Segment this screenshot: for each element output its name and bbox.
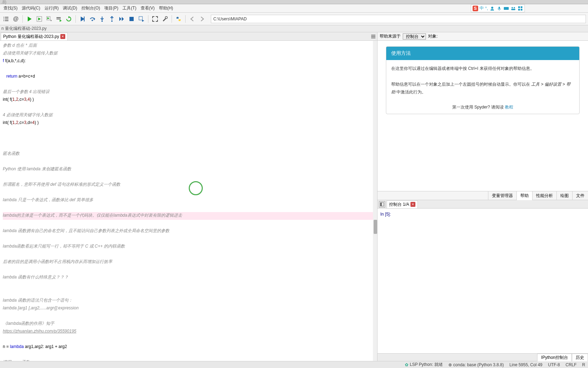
run-cell-advance-icon[interactable] (45, 15, 53, 23)
menu-source[interactable]: 源代码(C) (20, 5, 42, 12)
code-line[interactable]: 参数 d 也在 * 后面 (3, 42, 374, 50)
run-selection-icon[interactable] (55, 15, 63, 23)
console-tab[interactable]: 控制台 1/A ✕ (387, 201, 418, 208)
tab-profiler[interactable]: 性能分析 (532, 191, 556, 200)
help-source-select[interactable]: 控制台 (403, 33, 426, 40)
preferences-icon[interactable] (161, 15, 169, 23)
tab-ipython-console[interactable]: IPython控制台 (537, 354, 572, 361)
code-line[interactable]: 匿名函数 (3, 150, 374, 158)
code-line[interactable]: lambda的主体是一个表达式，而不是一个代码块。仅仅能在lambda表达式中封… (3, 212, 374, 220)
status-eol[interactable]: CRLF (566, 362, 576, 367)
code-line[interactable]: 最后一个参数 4 出现错误 (3, 88, 374, 96)
code-line[interactable]: int( f(1,2,c=3,d=4) ) (3, 119, 374, 127)
run-cell-icon[interactable] (35, 15, 43, 23)
tab-plots[interactable]: 绘图 (556, 191, 572, 200)
tab-variable-explorer[interactable]: 变量管理器 (488, 191, 516, 200)
nav-back-icon[interactable] (188, 15, 196, 23)
ime-toolbar[interactable]: S 中 °, (471, 4, 525, 12)
code-line[interactable]: return a+b+c+d (3, 73, 374, 81)
menu-view[interactable]: 查看(V) (139, 5, 157, 12)
maximize-icon[interactable] (151, 15, 159, 23)
tab-files[interactable]: 文件 (572, 191, 588, 200)
code-line[interactable] (3, 127, 374, 135)
code-line[interactable]: lambda 只是一个表达式，函数体比 def 简单很多 (3, 197, 374, 204)
nav-forward-icon[interactable] (198, 15, 206, 23)
code-line[interactable]: lambda 函数的语法只包含一个语句： (3, 297, 374, 305)
rerun-icon[interactable] (65, 15, 73, 23)
code-line[interactable] (3, 204, 374, 212)
run-icon[interactable] (26, 15, 33, 23)
menu-help[interactable]: 帮助(H) (157, 5, 175, 12)
code-line[interactable]: n = lambda arg1,arg2: arg1 + arg2 (3, 343, 374, 351)
code-line[interactable]: lambda [arg1 [,arg2,.....argn]]:expressi… (3, 305, 374, 313)
ime-lang[interactable]: 中 (480, 5, 484, 11)
editor-tab[interactable]: Python 量化编程基础-2023.py ✕ (1, 33, 68, 40)
menu-tools[interactable]: 工具(T) (120, 5, 138, 12)
ime-people-icon[interactable] (510, 6, 516, 11)
debug-icon[interactable] (79, 15, 86, 23)
step-out-icon[interactable] (108, 15, 116, 23)
code-line[interactable] (3, 189, 374, 197)
code-line[interactable] (3, 251, 374, 258)
tab-history[interactable]: 历史 (572, 354, 588, 361)
debug-from-icon[interactable] (138, 15, 145, 23)
menu-project[interactable]: 项目(P) (102, 5, 120, 12)
menu-find[interactable]: 查找(S) (1, 5, 20, 12)
code-line[interactable]: int( f(1,2,c=3,4) ) (3, 96, 374, 104)
code-line[interactable] (3, 282, 374, 289)
code-editor[interactable]: 参数 d 也在 * 后面必须使用关键字才能传入数据f f(a,b,*,c,d):… (0, 41, 377, 361)
code-line[interactable] (3, 158, 374, 166)
code-line[interactable]: lambda函数看起来只能写一行，却不等同于 C 或 C++ 的内联函数 (3, 243, 374, 251)
status-lsp[interactable]: ✿LSP Python: 就绪 (405, 362, 443, 368)
code-line[interactable] (3, 143, 374, 150)
code-line[interactable]: 调用 sum 函数 (3, 359, 374, 361)
code-line[interactable] (3, 104, 374, 112)
menu-console[interactable]: 控制台(O) (79, 5, 102, 12)
menu-run[interactable]: 运行(R) (42, 5, 61, 12)
at-icon[interactable]: @ (12, 15, 20, 23)
code-line[interactable]: lambda 函数有什么特殊意义？？？ (3, 274, 374, 282)
status-line-col[interactable]: Line 5955, Col 49 (509, 362, 542, 367)
outline-icon[interactable] (2, 15, 10, 23)
ime-mic-icon[interactable] (496, 6, 502, 11)
code-line[interactable]: 后者的目的是调用小函数时不占用栈内存从而增加运行效率 (3, 258, 374, 266)
code-line[interactable] (3, 81, 374, 88)
code-line[interactable]: lambda 函数拥有自己的命名空间，且不能访问自己参数列表之外或全局命名空间里… (3, 228, 374, 235)
code-line[interactable] (3, 313, 374, 320)
tutorial-link[interactable]: 教程 (505, 105, 513, 110)
code-line[interactable] (3, 289, 374, 297)
code-line[interactable] (3, 173, 374, 181)
code-line[interactable]: https://zhuanlan.zhihu.com/p/35590195 (3, 328, 374, 336)
code-line[interactable]: 《lambda函数的作用》知乎 (3, 320, 374, 328)
ime-grid-icon[interactable] (517, 6, 523, 11)
code-line[interactable] (3, 220, 374, 228)
code-line[interactable]: f f(a,b,*,c,d): (3, 58, 374, 65)
close-icon[interactable]: ✕ (60, 34, 65, 39)
step-over-icon[interactable] (88, 15, 96, 23)
tab-help[interactable]: 帮助 (516, 191, 532, 200)
code-line[interactable] (3, 351, 374, 359)
code-line[interactable] (3, 336, 374, 343)
continue-icon[interactable] (118, 15, 126, 23)
console-toggle-icon[interactable] (379, 201, 385, 208)
code-line[interactable] (3, 235, 374, 243)
scrollbar-thumb[interactable] (374, 220, 377, 234)
menu-debug[interactable]: 调试(D) (61, 5, 79, 12)
code-line[interactable] (3, 266, 374, 274)
stop-debug-icon[interactable] (128, 15, 135, 23)
close-icon[interactable]: ✕ (410, 202, 415, 207)
collapse-panes-icon[interactable] (369, 33, 377, 40)
code-line[interactable]: Python 使用 lambda 来创建匿名函数 (3, 166, 374, 173)
step-in-icon[interactable] (98, 15, 106, 23)
code-line[interactable] (3, 65, 374, 73)
editor-scrollbar[interactable] (373, 41, 377, 361)
code-line[interactable] (3, 135, 374, 143)
python-path-icon[interactable] (175, 15, 182, 23)
ime-punct-icon[interactable]: °, (485, 6, 488, 11)
ime-user-icon[interactable] (489, 6, 495, 11)
status-encoding[interactable]: UTF-8 (548, 362, 560, 367)
code-line[interactable]: 必须使用关键字才能传入数据 (3, 50, 374, 58)
ime-keyboard-icon[interactable] (503, 6, 509, 11)
code-line[interactable]: 所谓匿名，意即不再使用 def 语句这样标准的形式定义一个函数 (3, 181, 374, 189)
working-dir-input[interactable]: C:\Users\MIAPAD (211, 15, 586, 23)
